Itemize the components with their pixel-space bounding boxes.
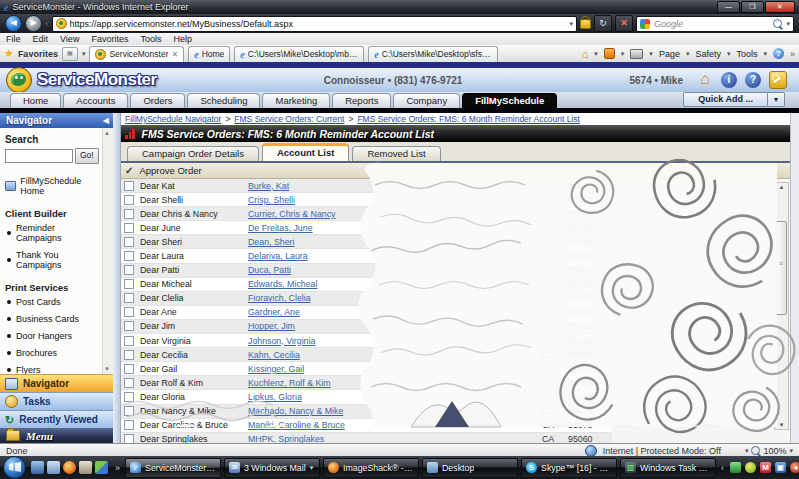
tab-orders[interactable]: Orders — [130, 93, 185, 108]
tabs-dropdown-icon[interactable]: ▾ — [82, 50, 86, 58]
scrollbar-thumb[interactable] — [776, 221, 787, 315]
favorites-label[interactable]: Favorites — [18, 49, 58, 59]
sidebar-panel-navigator[interactable]: Navigator — [0, 374, 113, 392]
account-link[interactable]: Maniki, Caroline & Bruce — [248, 420, 376, 430]
home-icon[interactable]: ⌂ — [582, 48, 589, 60]
row-checkbox[interactable] — [124, 392, 134, 402]
sidebar-link[interactable]: Flyers — [7, 365, 101, 374]
history-dropdown-icon[interactable]: ▾ — [45, 20, 49, 28]
scroll-up-icon[interactable]: ▲ — [775, 184, 788, 190]
tab-marketing[interactable]: Marketing — [262, 93, 330, 108]
servicemonster-logo-icon[interactable] — [6, 67, 32, 93]
menu-item[interactable]: Tools — [140, 34, 161, 44]
scroll-up-icon[interactable]: ▲ — [104, 130, 110, 136]
account-link[interactable]: Kahn, Cecilia — [248, 350, 376, 360]
account-link[interactable]: Lipkus, Gloria — [248, 392, 376, 402]
row-checkbox[interactable] — [124, 279, 134, 289]
row-checkbox[interactable] — [124, 223, 134, 233]
sidebar-panel-recently-viewed[interactable]: ↻ Recently Viewed — [0, 410, 113, 428]
page-tools-icon[interactable]: ▾ — [745, 447, 749, 455]
overflow-chevron-icon[interactable]: » — [790, 49, 795, 59]
sidebar-link[interactable]: Reminder Campaigns — [7, 223, 101, 243]
quick-add-dropdown-icon[interactable]: ▼ — [768, 92, 785, 107]
row-checkbox[interactable] — [124, 237, 134, 247]
tray-skype-icon[interactable] — [745, 462, 756, 473]
account-link[interactable]: Burke, Kat — [248, 181, 376, 191]
tab-campaign-order-details[interactable]: Campaign Order Details — [127, 146, 259, 161]
tab-fillmyschedule[interactable]: FillMySchedule — [462, 93, 557, 108]
breadcrumb-link-3[interactable]: FMS Service Orders: FMS: 6 Month Reminde… — [357, 114, 580, 124]
quick-add-button[interactable]: Quick Add ... — [683, 92, 768, 107]
sidebar-panel-tasks[interactable]: Tasks — [0, 392, 113, 410]
tray-network-icon[interactable]: ▣ — [775, 462, 786, 473]
feeds-icon[interactable] — [604, 48, 615, 59]
row-checkbox[interactable] — [124, 181, 134, 191]
account-link[interactable]: Johnson, Virginia — [248, 336, 376, 346]
print-icon[interactable] — [630, 49, 643, 59]
url-text[interactable]: https://app.servicemonster.net/MyBusines… — [70, 19, 567, 29]
logout-key-icon[interactable] — [769, 71, 787, 89]
tab-accounts[interactable]: Accounts — [63, 93, 128, 108]
sidebar-link[interactable]: Business Cards — [7, 314, 101, 324]
tray-imageshack-icon[interactable]: M — [760, 462, 771, 473]
scroll-down-icon[interactable]: ▼ — [104, 366, 110, 372]
refresh-button[interactable]: ↻ — [594, 15, 612, 32]
stop-button[interactable]: ✕ — [615, 15, 633, 32]
row-checkbox[interactable] — [124, 265, 134, 275]
menu-item[interactable]: Favorites — [91, 34, 128, 44]
brand-wordmark[interactable]: ServiceMonster — [37, 70, 157, 90]
sidebar-gutter[interactable] — [113, 113, 121, 443]
menu-item[interactable]: File — [6, 34, 21, 44]
search-dropdown-icon[interactable]: ▾ — [786, 20, 790, 28]
account-link[interactable]: Machado, Nancy & Mike — [248, 406, 376, 416]
approve-order-button[interactable]: Approve Order — [139, 165, 201, 176]
browser-tab-servicemonster[interactable]: ServiceMonster ✕ — [89, 46, 184, 62]
account-link[interactable]: Kuchlenz, Rolf & Kim — [248, 378, 376, 388]
row-checkbox[interactable] — [124, 209, 134, 219]
collapse-sidebar-icon[interactable]: ◀ — [103, 116, 113, 125]
tab-close-icon[interactable]: ✕ — [171, 50, 178, 59]
search-box[interactable]: Google ▾ — [636, 16, 794, 32]
browser-tab-file1[interactable]: e C:\Users\Mike\Desktop\mb_sfs_7... — [234, 46, 364, 62]
sidebar-item-fillmyschedule-home[interactable]: FillMySchedule Home — [5, 176, 101, 196]
home-icon[interactable]: ⌂ — [697, 72, 713, 88]
explorer-icon[interactable] — [47, 461, 60, 474]
row-checkbox[interactable] — [124, 364, 134, 374]
info-icon[interactable]: i — [721, 72, 737, 88]
row-checkbox[interactable] — [124, 293, 134, 303]
close-button[interactable]: ✕ — [765, 1, 795, 13]
minimize-button[interactable]: — — [717, 1, 740, 13]
row-checkbox[interactable] — [124, 406, 134, 416]
menu-item[interactable]: Edit — [33, 34, 49, 44]
help-icon[interactable]: ? — [745, 72, 761, 88]
account-link[interactable]: Currier, Chris & Nancy — [248, 209, 376, 219]
url-dropdown-icon[interactable]: ▾ — [569, 20, 573, 28]
restore-button[interactable]: ❐ — [741, 1, 764, 13]
search-magnifier-icon[interactable] — [773, 19, 782, 28]
account-link[interactable]: Fioravich, Clelia — [248, 293, 376, 303]
tab-account-list[interactable]: Account List — [262, 143, 350, 161]
row-checkbox[interactable] — [124, 350, 134, 360]
tray-green-icon[interactable] — [730, 462, 741, 473]
taskbar-button-desktop[interactable]: Desktop — [422, 458, 518, 478]
search-placeholder[interactable]: Google — [654, 19, 769, 29]
taskbar-button-skype[interactable]: S Skype™ [16] - pail... — [521, 458, 617, 478]
tray-volume-icon[interactable]: ◂ — [790, 462, 799, 473]
image-viewer-icon[interactable] — [95, 461, 108, 474]
breadcrumb-link-2[interactable]: FMS Service Orders: Current — [234, 114, 344, 124]
scroll-down-icon[interactable]: ▼ — [775, 422, 788, 428]
quick-tabs-button[interactable]: ▦ — [62, 47, 78, 61]
quick-launch-overflow-icon[interactable]: » — [113, 463, 122, 473]
tab-home[interactable]: Home — [10, 93, 61, 108]
safety-menu[interactable]: Safety — [695, 49, 721, 59]
account-link[interactable]: Dean, Sheri — [248, 237, 376, 247]
zoom-magnifier-icon[interactable] — [751, 446, 760, 455]
menu-item[interactable]: Help — [173, 34, 192, 44]
favorites-star-icon[interactable]: ★ — [4, 47, 14, 60]
sidebar-link[interactable]: Thank You Campaigns — [7, 250, 101, 270]
back-button[interactable]: ◀ — [5, 15, 22, 32]
account-link[interactable]: Gardner, Ane — [248, 307, 376, 317]
start-button[interactable] — [3, 456, 26, 479]
row-checkbox[interactable] — [124, 336, 134, 346]
account-link[interactable]: Duca, Patti — [248, 265, 376, 275]
